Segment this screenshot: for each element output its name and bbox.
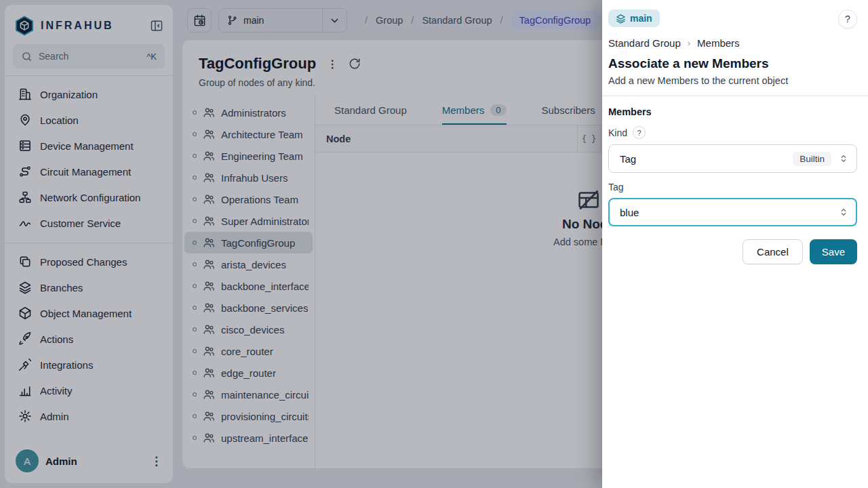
tag-select[interactable]: blue [608, 198, 857, 226]
drawer-breadcrumb-item: Members [697, 37, 740, 49]
help-button[interactable]: ? [838, 9, 857, 28]
branch-badge: main [608, 9, 660, 27]
builtin-badge: Builtin [793, 152, 831, 166]
save-button[interactable]: Save [810, 239, 857, 264]
cancel-button[interactable]: Cancel [743, 239, 803, 264]
layers-icon [616, 14, 626, 24]
associate-members-drawer: main ? Standard Group › Members Associat… [602, 0, 868, 488]
branch-badge-label: main [630, 13, 652, 24]
drawer-breadcrumb-item: Standard Group [608, 37, 681, 49]
drawer-header: main ? Standard Group › Members Associat… [602, 0, 868, 96]
chevron-right-icon: › [688, 38, 690, 48]
chevrons-up-down-icon [838, 153, 849, 164]
kind-select-value: Tag [620, 153, 636, 165]
tag-select-value: blue [620, 207, 639, 218]
drawer-subtitle: Add a new Members to the current object [608, 75, 857, 86]
chevrons-up-down-icon [838, 207, 849, 218]
drawer-form: Members Kind ? Tag Builtin Tag blue [602, 96, 868, 264]
kind-field-label: Kind [608, 127, 627, 138]
kind-help-icon[interactable]: ? [633, 126, 646, 139]
members-section-label: Members [608, 106, 857, 117]
drawer-title: Associate a new Members [608, 56, 857, 71]
drawer-breadcrumb: Standard Group › Members [608, 37, 857, 49]
kind-select[interactable]: Tag Builtin [608, 144, 857, 173]
tag-field-label: Tag [608, 182, 624, 192]
